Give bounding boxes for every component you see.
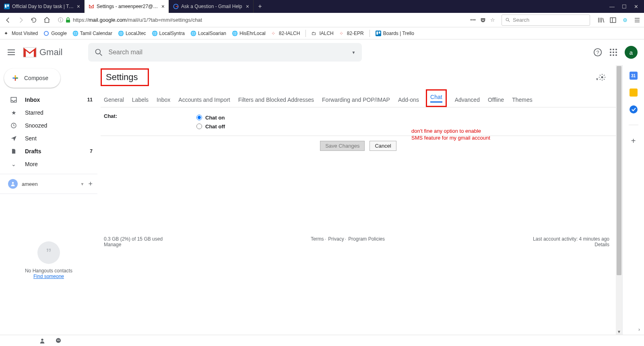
search-options-dropdown[interactable]: ▼ — [352, 50, 356, 55]
sidebar: Compose Inbox 11 ★ Starred Snoozed — [0, 65, 97, 335]
compose-plus-icon — [11, 74, 19, 82]
gmail-logo[interactable]: Gmail — [23, 47, 62, 58]
tab-addons[interactable]: Add-ons — [398, 94, 419, 107]
compose-button[interactable]: Compose — [4, 68, 60, 88]
chat-off-option[interactable]: Chat off — [196, 122, 225, 131]
policies-link[interactable]: Program Policies — [348, 236, 385, 242]
hangouts-user-chip[interactable]: ameen ▼ + — [0, 177, 97, 190]
bookmark-item[interactable]: Google — [43, 31, 67, 36]
bookmark-item[interactable]: 🌐Tamil Calendar — [72, 31, 112, 36]
site-info-icon[interactable]: ⓘ — [58, 16, 63, 24]
tab-labels[interactable]: Labels — [132, 94, 149, 107]
bookmark-item[interactable]: 🌐HisEhrLocal — [232, 31, 266, 36]
apps-grid-icon[interactable] — [609, 48, 617, 56]
bookmark-item[interactable]: 🌐LocalJtec — [118, 31, 146, 36]
menu-icon[interactable] — [634, 16, 641, 24]
sidebar-icon[interactable] — [609, 16, 617, 24]
chat-on-radio[interactable] — [196, 115, 202, 120]
chat-on-option[interactable]: Chat on — [196, 113, 225, 122]
details-link[interactable]: Details — [594, 242, 609, 247]
hangouts-icon[interactable] — [55, 337, 62, 344]
browser-tab-strip: Official Day to Day task | Trello × Sett… — [0, 0, 644, 13]
sidebar-item-inbox[interactable]: Inbox 11 — [0, 93, 97, 106]
url-bar[interactable]: ⓘ https://mail.google.com/mail/u/1/?tab=… — [55, 14, 498, 26]
search-mail[interactable]: ▼ — [88, 43, 362, 62]
svg-point-30 — [610, 54, 611, 56]
tab-chat[interactable]: Chat — [430, 91, 442, 103]
extension-gear-icon[interactable] — [621, 16, 629, 24]
contacts-icon[interactable] — [39, 337, 46, 344]
library-icon[interactable] — [597, 16, 605, 24]
reload-button[interactable] — [29, 15, 39, 25]
new-chat-icon[interactable]: + — [88, 180, 93, 188]
manage-storage-link[interactable]: Manage — [104, 242, 121, 247]
bookmark-item[interactable]: 🌐LocalSoarian — [190, 31, 226, 36]
keep-addon-icon[interactable] — [630, 89, 638, 97]
close-icon[interactable]: × — [77, 3, 80, 10]
bookmark-item[interactable]: 🗀IALCH — [312, 31, 333, 36]
bookmark-item[interactable]: 🌐LocalSyntra — [152, 31, 185, 36]
search-mail-input[interactable] — [108, 49, 346, 56]
bookmark-star-icon[interactable]: ☆ — [490, 17, 495, 23]
tab-filters[interactable]: Filters and Blocked Addresses — [238, 94, 314, 107]
tab-accounts[interactable]: Accounts and Import — [178, 94, 230, 107]
privacy-link[interactable]: Privacy — [328, 236, 344, 242]
browser-tab-active[interactable]: Settings - ameenpeer27@gmail × — [85, 0, 169, 13]
gear-icon[interactable] — [598, 73, 606, 81]
page-action-icon[interactable]: ••• — [470, 17, 476, 23]
browser-tab[interactable]: Ask a Question - Gmail Help × — [169, 0, 254, 13]
tab-advanced[interactable]: Advanced — [455, 94, 480, 107]
search-placeholder: Search — [513, 17, 529, 23]
back-button[interactable] — [3, 15, 13, 25]
minimize-icon[interactable]: — — [609, 4, 615, 10]
home-button[interactable] — [42, 15, 52, 25]
tasks-addon-icon[interactable] — [630, 105, 638, 113]
bookmark-item[interactable]: Boards | Trello — [376, 31, 414, 36]
svg-point-6 — [506, 18, 509, 21]
get-addons-icon[interactable]: + — [631, 136, 636, 146]
most-visited-icon: ✦ — [4, 31, 10, 36]
new-tab-button[interactable]: + — [254, 0, 266, 13]
calendar-addon-icon[interactable]: 31 — [630, 72, 638, 80]
close-icon[interactable]: × — [246, 3, 249, 10]
svg-line-7 — [508, 21, 510, 22]
vertical-scrollbar[interactable]: ▲ ▼ — [616, 65, 622, 335]
save-changes-button[interactable]: Save Changes — [320, 141, 365, 151]
sidebar-item-starred[interactable]: ★ Starred — [0, 106, 97, 119]
browser-search-box[interactable]: Search — [502, 14, 590, 26]
sidebar-item-sent[interactable]: Sent — [0, 132, 97, 145]
sidebar-item-snoozed[interactable]: Snoozed — [0, 119, 97, 132]
tab-offline[interactable]: Offline — [488, 94, 504, 107]
browser-tab[interactable]: Official Day to Day task | Trello × — [0, 0, 85, 13]
support-icon[interactable]: ? — [593, 48, 602, 57]
scrollbar-thumb[interactable] — [617, 66, 621, 275]
scroll-down-icon[interactable]: ▼ — [616, 328, 622, 335]
terms-link[interactable]: Terms — [311, 236, 324, 242]
tab-themes[interactable]: Themes — [512, 94, 533, 107]
sidebar-item-drafts[interactable]: Drafts 7 — [0, 145, 97, 158]
last-activity-text: Last account activity: 4 minutes ago — [533, 236, 609, 242]
main-menu-button[interactable] — [6, 47, 16, 57]
tab-inbox[interactable]: Inbox — [157, 94, 170, 107]
bookmark-item[interactable]: ✦Most Visited — [4, 31, 38, 36]
close-window-icon[interactable]: ✕ — [634, 4, 638, 10]
account-avatar[interactable]: a — [625, 46, 638, 59]
tab-forwarding[interactable]: Forwarding and POP/IMAP — [322, 94, 390, 107]
tab-general[interactable]: General — [104, 94, 124, 107]
find-someone-link[interactable]: Find someone — [33, 274, 64, 279]
maximize-icon[interactable]: ☐ — [622, 4, 627, 10]
close-icon[interactable]: × — [161, 3, 165, 10]
chat-off-radio[interactable] — [196, 124, 202, 129]
tab-label: Settings - ameenpeer27@gmail — [97, 4, 159, 9]
cancel-button[interactable]: Cancel — [369, 141, 396, 151]
sidebar-item-more[interactable]: ⌄ More — [0, 158, 97, 171]
svg-rect-17 — [376, 31, 378, 35]
forward-button[interactable] — [16, 15, 26, 25]
pocket-icon[interactable] — [480, 17, 486, 23]
svg-text:?: ? — [596, 49, 599, 56]
bookmark-item[interactable]: ⁘82-EPR — [339, 31, 364, 36]
hide-side-panel-icon[interactable]: › — [638, 327, 640, 332]
chevron-down-icon[interactable]: ▼ — [80, 182, 85, 186]
bookmark-separator — [369, 30, 370, 37]
bookmark-item[interactable]: ⁘82-IALCH — [271, 31, 300, 36]
